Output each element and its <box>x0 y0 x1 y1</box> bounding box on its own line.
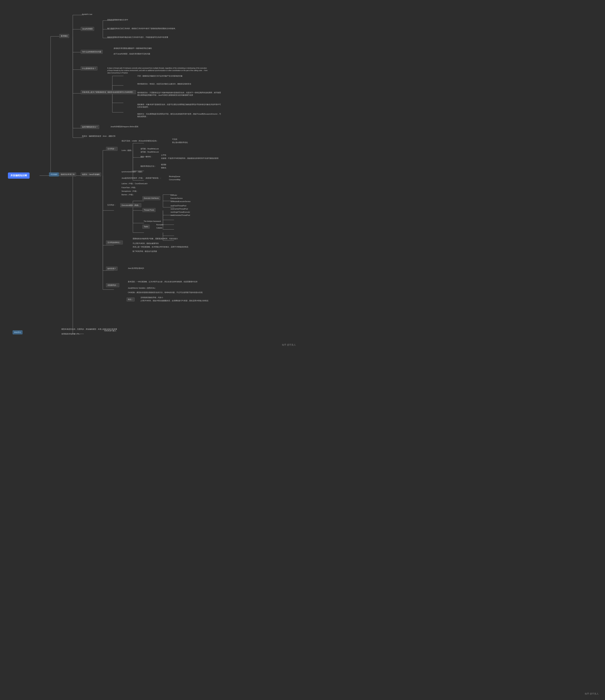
node-xa1: 不变：能够保证对象的行为不会对对象产生任何影响的对象 <box>136 74 184 78</box>
node-ft1: 没有线程切换的开销，代价小 <box>139 296 165 299</box>
node-mem3: 线程对变量的所有操作都必须在工作内存中进行，不能直接读写主内存中的变量 <box>106 35 170 39</box>
node-javamem: Java内存模型 <box>81 27 94 31</box>
node-lock1: 读写锁：ReadWriteLock <box>139 147 160 151</box>
root-node: 并发编程知识树 <box>8 173 30 179</box>
watermark: 知乎 @不良人 <box>585 693 599 695</box>
node-bingfabz: 并发本质上是为了获取线程安全 <box>81 90 108 94</box>
node-kj2: 禁止指令重排序优化 <box>171 141 189 144</box>
node-fhc-tedian: 特点： <box>127 298 135 301</box>
node-weihe1: 多线程共享变量造成数据不一致影响程序的正确性 <box>112 47 153 50</box>
node-ht4: 除了时间开销，锁还会引起死锁 <box>131 250 158 253</box>
node-lo1: 锁消除 <box>160 163 168 167</box>
node-shime: 什么是线程安全？ <box>81 67 98 70</box>
node-synchronized: synchronized关键字（低级） <box>120 170 145 174</box>
node-ruhe-shixian: 如何实现？ <box>106 267 118 271</box>
node-jm1: BlockingQueue <box>168 175 181 178</box>
node-ht3: 本质上是一种悲观策略，在冲突较少时代价效出，适用于冲突较多的情况 <box>131 245 190 249</box>
node-weihe2: 由于Java内存模型，造成共享变量的可见性问题 <box>112 52 151 56</box>
node-lo2: 锁粗化 <box>160 166 168 170</box>
node-gaocengci: 高层次：编程模型的改变：Actor，函数式等 <box>81 134 117 138</box>
watermark-logo: 知乎 @不良人 <box>282 343 296 347</box>
node-xa5types: 线程安全由强至弱可分为5种类型： <box>106 90 136 94</box>
node-xa4: 线程兼容：对象本身不是线程安全的，但是可以通过在调用端正确地使用同步手段来保证对… <box>136 103 223 109</box>
node-jichu-lilun: 基础理论 <box>12 330 23 334</box>
node-tp1: newFixedThreadPool <box>169 204 187 207</box>
node-ei3: ScheduledExecutorService <box>169 200 192 203</box>
node-ruhe-panduan: 如何判断线程安全？ <box>81 125 99 129</box>
node-futuretask: FutureTask（中级） <box>120 186 138 190</box>
node-barriers: Barriers（中级） <box>120 193 135 197</box>
node-lg1: 公平性 <box>160 153 168 157</box>
node-lg2: 自旋锁：不放弃CPU时间箱等待，假如锁各自持有时间不长就可能给好获得 <box>160 157 220 160</box>
node-ei1: Executor <box>169 194 178 197</box>
node-weihe: 为什么会有线程安全问题 <box>81 50 103 54</box>
node-volatile: 保证可见性：volatile（有Java内存模型决定的） <box>120 139 159 143</box>
node-xa3: 相对线程安全：只需要保证这个对象单独的操作是线程安全的，但是对于一些特定顺序的连… <box>136 91 223 97</box>
node-jl2a: 代码本身可重入 <box>103 329 118 332</box>
node-huchi1: 互斥同步： <box>106 147 118 151</box>
node-fhc1: 基本思想：一种乐观策略，认为冲突不会太多，所以在发生的时候检测，但是需要硬件支持 <box>127 280 199 283</box>
node-fhc3: CAS机制：典型的非阻塞实现线程安全的方法，有ABA的问题，不过可以使用基于版本… <box>127 291 204 294</box>
node-fhc2: Java的Atomic Variables（使用JCAs） <box>127 286 157 290</box>
node-jl2: 使用线程本地存储（Th... <box>60 332 82 336</box>
node-ft2: 占用CPU时间，假如冲突比较频繁的话，会浪费很多CPU资源，因此适用冲突较少的情… <box>139 299 210 302</box>
node-hutong-tedian: 互斥同步的特点： <box>106 241 123 245</box>
node-bingfa: 并发编程 <box>49 173 59 176</box>
node-ht1: 需要线程在内核和用户切换，需要更多的时间，代价比较大 <box>131 237 179 241</box>
node-task1: Runnable <box>155 223 165 227</box>
node-java-mid: Java提供的并发组件（中级）（底层基于锁实现）： <box>120 176 163 180</box>
node-huchi2-label: 互斥同步： <box>106 203 117 207</box>
node-lock2: 读写锁：ReadWriteLock <box>139 150 160 154</box>
node-tp4: newScheduledThreadPool <box>169 214 191 217</box>
node-task2: Callable <box>155 226 163 230</box>
node-latches: Latches（中级） CountDownLatch <box>120 182 149 185</box>
node-amdahl: Amdahl's Law <box>81 12 94 16</box>
node-ei2: ExecutorService <box>169 197 184 200</box>
node-semaphores: Semaphores（中级） <box>120 190 139 193</box>
node-kj1: 可见性 <box>171 138 179 141</box>
node-shime1: A class is thread-safe if it behaves cor… <box>106 67 209 75</box>
node-tp3: newSingleThreadExecutor <box>169 210 191 214</box>
node-dicengci: 低层次：Java开发编程 <box>81 173 101 176</box>
node-jm2: ConcurrentMap <box>168 178 182 181</box>
node-feihucheng: 非阻塞同步： <box>106 283 119 287</box>
node-mem1: 所有的变量都存储在主存中 <box>106 18 129 22</box>
mindmap-container: 并发编程知识树 并发编程 基本概念 Amdahl's Law Java内存模型 … <box>0 0 605 354</box>
node-xa2: 绝对线程安全：有状态，但是无论对象怎么被访问，都能保证线程安全 <box>136 82 193 86</box>
node-thread-pools: Thread Pools <box>143 208 155 212</box>
node-xa5: 线程对立：无论调用端是否采用同步手段，都无法在多线程环境中使用，例如Thread… <box>136 112 223 118</box>
node-executor-interfaces: Executor Interfaces <box>143 196 160 200</box>
node-mem2: 每个线程还有自己的工作内存，线程的工作内存中保存了该线程使用的变量的主内存副本。 <box>106 27 178 30</box>
node-forkjoin: The fork/join framework <box>143 220 162 223</box>
node-locks: Locks（低级） <box>120 149 134 152</box>
node-tp2: newCachedThreadPool <box>169 207 189 211</box>
node-executors: Executors框架（高级） <box>120 203 141 207</box>
node-tasks: Tasks <box>143 225 150 229</box>
node-lock-opt: 锁的常用优化方法： <box>139 165 157 168</box>
node-happensbefore: Java内存模型的Happens-Before原则 <box>109 125 140 128</box>
node-lock-gen: 锁的一般特性： <box>139 155 154 158</box>
node-anquan-gongju: 线程安全常用工具 <box>59 173 76 176</box>
node-rx1: Java 队列同步器AQS <box>127 267 145 270</box>
node-ht2: 不占用CPU时间，线程会被塞等待 <box>131 242 160 245</box>
node-jiben: 基本概念 <box>59 34 69 38</box>
